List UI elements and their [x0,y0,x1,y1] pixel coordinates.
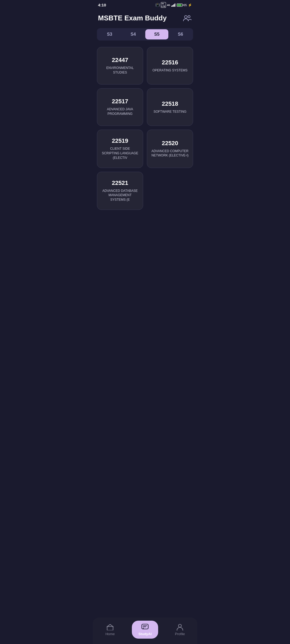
subject-code: 22518 [162,100,178,107]
subject-card-22517[interactable]: 22517 ADVANCED JAVA PROGRAMMING [97,88,143,126]
svg-rect-1 [172,5,173,7]
battery-icon [177,3,183,7]
users-icon[interactable] [182,13,192,23]
status-bar: 4:10 📳 VoLTE 4G 95 ⚡ [93,0,197,9]
subject-card-22520[interactable]: 22520 ADVANCED COMPUTER NETWORK (ELECTIV… [147,130,193,168]
subject-card-22447[interactable]: 22447 ENVIRONMENTAL STUDIES [97,47,143,85]
subject-name: ADVANCED JAVA PROGRAMMING [102,107,139,116]
subjects-grid: 22447 ENVIRONMENTAL STUDIES 22516 OPERAT… [93,45,197,214]
tab-s6[interactable]: S6 [169,29,192,39]
app-title: MSBTE Exam Buddy [98,14,167,22]
tab-s4[interactable]: S4 [122,29,145,39]
tab-s3[interactable]: S3 [98,29,121,39]
status-icons: 📳 VoLTE 4G 95 ⚡ [155,2,192,8]
tab-s5[interactable]: S5 [145,29,168,39]
volte-badge: VoLTE [161,2,166,8]
svg-point-5 [188,16,190,18]
subject-name: ENVIRONMENTAL STUDIES [102,66,139,75]
subject-name: ADVANCED DATABASE MANAGEMENT SYSTEMS (E [102,189,139,202]
subject-name: SOFTWARE TESTING [154,109,187,114]
subject-code: 22516 [162,59,178,66]
svg-rect-2 [173,4,174,7]
header: MSBTE Exam Buddy [93,9,197,28]
subject-name: ADVANCED COMPUTER NETWORK (ELECTIVE-I) [151,149,189,158]
subject-code: 22517 [112,98,128,105]
svg-rect-3 [175,3,175,7]
subject-code: 22447 [112,57,128,64]
subject-card-22518[interactable]: 22518 SOFTWARE TESTING [147,88,193,126]
battery-percent: 95 [184,3,187,7]
subject-code: 22520 [162,140,178,147]
network-type: 4G [167,4,170,6]
subject-name: CLIENT SIDE SCRIPTING LANGUAGE (ELECTIV [102,147,139,160]
subject-code: 22519 [112,137,128,144]
vibrate-icon: 📳 [155,3,160,7]
svg-point-4 [184,16,187,18]
semester-tabs: S3 S4 S5 S6 [97,28,193,41]
subject-card-22519[interactable]: 22519 CLIENT SIDE SCRIPTING LANGUAGE (EL… [97,130,143,168]
svg-rect-0 [171,6,172,7]
subject-card-22516[interactable]: 22516 OPERATING SYSTEMS [147,47,193,85]
status-time: 4:10 [98,3,106,7]
subject-card-22521[interactable]: 22521 ADVANCED DATABASE MANAGEMENT SYSTE… [97,172,143,210]
subject-name: OPERATING SYSTEMS [153,68,187,73]
subject-code: 22521 [112,180,128,186]
signal-bars-icon [171,3,176,7]
charging-icon: ⚡ [188,3,192,7]
